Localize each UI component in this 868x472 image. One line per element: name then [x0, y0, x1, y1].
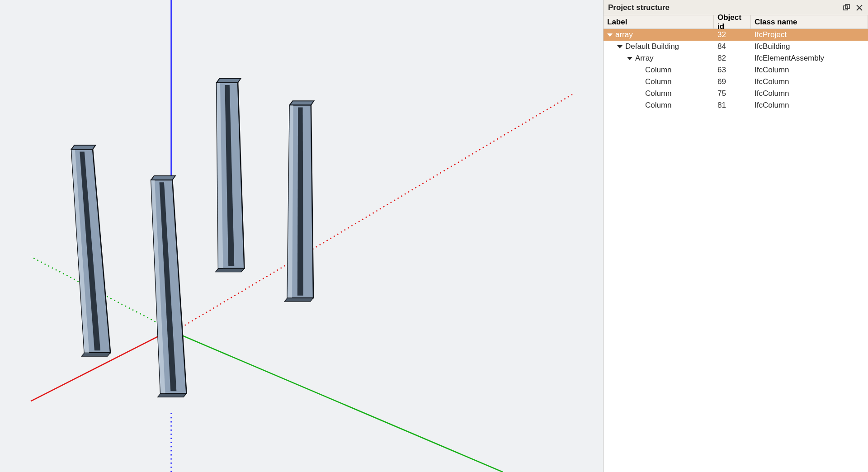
tree-label-text: Column — [645, 89, 672, 98]
tree-row[interactable]: Array82IfcElementAssembly — [604, 52, 868, 64]
tree-cell-label: Default Building — [604, 42, 714, 51]
close-icon[interactable] — [854, 3, 864, 13]
column-3d[interactable] — [284, 101, 314, 302]
svg-marker-4 — [81, 353, 110, 356]
svg-marker-16 — [297, 108, 303, 296]
tree-label-text: Column — [645, 77, 672, 86]
float-panel-icon[interactable] — [842, 3, 852, 13]
svg-marker-19 — [284, 298, 313, 302]
tree-cell-id: 84 — [714, 42, 751, 51]
tree-cell-class: IfcBuilding — [751, 42, 868, 51]
tree-row[interactable]: Column63IfcColumn — [604, 64, 868, 76]
svg-marker-9 — [158, 393, 187, 397]
triangle-down-icon — [637, 92, 642, 95]
tree-cell-label: array — [604, 30, 714, 39]
tree-cell-label: Column — [604, 101, 714, 110]
triangle-down-icon — [637, 80, 642, 84]
tree-cell-class: IfcColumn — [751, 77, 868, 86]
column-headers: Label Object id Class name — [604, 15, 868, 29]
axis-y-pos — [177, 333, 503, 472]
tree-row[interactable]: array32IfcProject — [604, 29, 868, 41]
tree-row[interactable]: Column75IfcColumn — [604, 88, 868, 99]
project-structure-panel: Project structure Label Object id Class … — [603, 0, 868, 472]
tree-row[interactable]: Default Building84IfcBuilding — [604, 41, 868, 52]
viewport-3d[interactable] — [0, 0, 603, 472]
triangle-down-icon[interactable] — [627, 57, 632, 60]
tree-label-text: Array — [635, 54, 654, 63]
triangle-down-icon — [637, 69, 642, 72]
tree-cell-id: 75 — [714, 89, 751, 98]
column-header-class[interactable]: Class name — [751, 15, 868, 28]
tree-cell-class: IfcProject — [751, 30, 868, 39]
tree-cell-id: 63 — [714, 66, 751, 75]
column-3d[interactable] — [71, 145, 110, 356]
tree-cell-label: Column — [604, 89, 714, 98]
tree-row[interactable]: Column69IfcColumn — [604, 76, 868, 88]
tree-label-text: Column — [645, 66, 672, 75]
tree-view[interactable]: array32IfcProjectDefault Building84IfcBu… — [604, 29, 868, 472]
column-3d[interactable] — [151, 176, 186, 397]
triangle-down-icon[interactable] — [617, 45, 623, 48]
tree-row[interactable]: Column81IfcColumn — [604, 99, 868, 111]
column-3d[interactable] — [215, 79, 244, 272]
tree-cell-class: IfcColumn — [751, 101, 868, 110]
tree-cell-class: IfcColumn — [751, 89, 868, 98]
svg-marker-3 — [71, 145, 96, 149]
tree-cell-label: Array — [604, 54, 714, 63]
column-header-id[interactable]: Object id — [714, 15, 751, 28]
triangle-down-icon — [637, 104, 642, 107]
tree-cell-id: 82 — [714, 54, 751, 63]
tree-label-text: array — [615, 30, 633, 39]
svg-marker-14 — [215, 269, 244, 272]
column-header-label[interactable]: Label — [604, 15, 714, 28]
tree-cell-label: Column — [604, 77, 714, 86]
panel-title: Project structure — [608, 3, 839, 12]
triangle-down-icon[interactable] — [607, 33, 613, 37]
svg-marker-13 — [217, 79, 241, 83]
tree-cell-class: IfcElementAssembly — [751, 54, 868, 63]
tree-label-text: Default Building — [625, 42, 679, 51]
tree-cell-id: 32 — [714, 30, 751, 39]
tree-cell-id: 69 — [714, 77, 751, 86]
tree-cell-class: IfcColumn — [751, 66, 868, 75]
svg-marker-18 — [290, 101, 314, 105]
svg-marker-8 — [151, 176, 175, 180]
tree-label-text: Column — [645, 101, 672, 110]
tree-cell-label: Column — [604, 66, 714, 75]
tree-cell-id: 81 — [714, 101, 751, 110]
